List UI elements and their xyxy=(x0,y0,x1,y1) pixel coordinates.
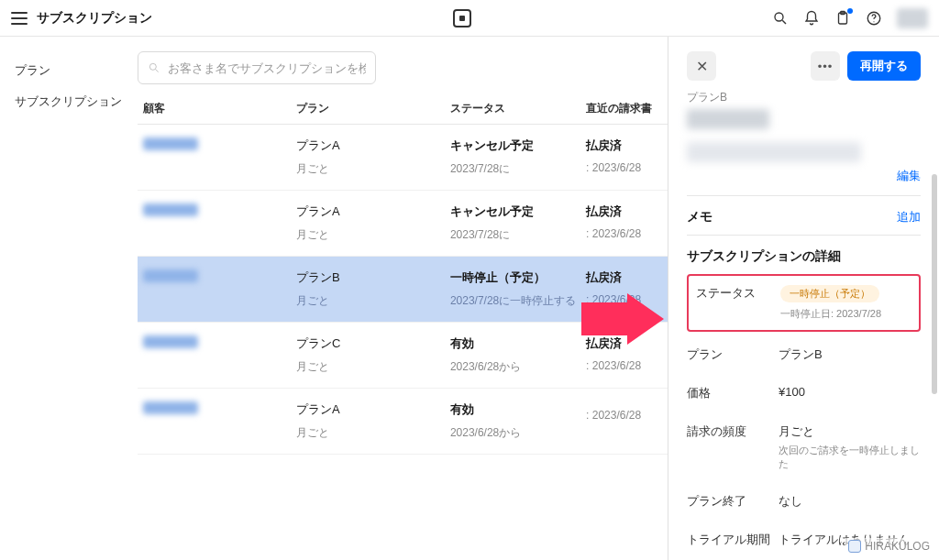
row-bill-sub: : 2023/6/28 xyxy=(586,161,668,174)
detail-label: 請求の頻度 xyxy=(687,423,779,440)
sidebar-item-plans[interactable]: プラン xyxy=(15,55,123,86)
customer-blurred xyxy=(143,335,198,348)
callout-arrow-icon xyxy=(581,293,664,347)
sidebar: プラン サブスクリプション xyxy=(0,37,138,560)
row-status-sub: 2023/7/28に xyxy=(450,161,586,177)
status-sub: 一時停止日: 2023/7/28 xyxy=(780,308,881,319)
th-status: ステータス xyxy=(450,101,586,116)
table-row[interactable]: プランA月ごとキャンセル予定2023/7/28に払戻済: 2023/6/28 xyxy=(138,125,668,191)
edit-link[interactable]: 編集 xyxy=(897,168,921,184)
row-status-sub: 2023/7/28に一時停止する xyxy=(450,293,586,309)
row-bill: 払戻済 xyxy=(586,203,668,220)
resume-button[interactable]: 再開する xyxy=(847,51,921,81)
svg-marker-8 xyxy=(581,293,664,345)
svg-line-7 xyxy=(156,70,159,72)
memo-title: メモ xyxy=(687,209,713,225)
clipboard-icon[interactable] xyxy=(834,10,851,27)
avatar[interactable] xyxy=(897,8,928,28)
row-plan: プランA xyxy=(296,401,450,418)
detail-panel: ✕ ••• 再開する プランB 編集 メモ 追加 サブスクリプションの詳細 ステ… xyxy=(668,37,939,560)
help-icon[interactable] xyxy=(866,10,882,27)
watermark-icon xyxy=(848,540,861,553)
detail-label: トライアル期間 xyxy=(687,532,779,548)
th-customer: 顧客 xyxy=(138,101,296,116)
row-bill-sub: : 2023/6/28 xyxy=(586,359,668,372)
detail-value: 月ごと次回のご請求を一時停止しました xyxy=(779,423,921,471)
panel-plan-name: プランB xyxy=(687,90,921,105)
row-bill-sub: : 2023/6/28 xyxy=(586,409,668,422)
search-input[interactable] xyxy=(168,61,366,75)
subscriptions-table: 顧客 プラン ステータス 直近の請求書 プランA月ごとキャンセル予定2023/7… xyxy=(138,93,668,455)
svg-point-5 xyxy=(873,21,874,22)
sidebar-item-subscriptions[interactable]: サブスクリプション xyxy=(15,86,123,117)
scrollbar[interactable] xyxy=(932,174,937,394)
customer-blurred xyxy=(143,401,198,414)
search-icon[interactable] xyxy=(772,10,789,27)
detail-label: プラン終了 xyxy=(687,493,779,510)
th-billing: 直近の請求書 xyxy=(586,101,668,116)
row-freq: 月ごと xyxy=(296,227,450,243)
detail-row: 請求の頻度月ごと次回のご請求を一時停止しました xyxy=(687,412,921,482)
detail-value: なし xyxy=(779,493,921,510)
svg-point-6 xyxy=(149,63,156,70)
table-row[interactable]: プランA月ごと有効2023/6/28から: 2023/6/28 xyxy=(138,389,668,455)
row-plan: プランC xyxy=(296,335,450,352)
page-title: サブスクリプション xyxy=(37,10,152,27)
customer-name-blurred xyxy=(687,109,769,129)
row-status: キャンセル予定 xyxy=(450,203,586,220)
row-status-sub: 2023/6/28から xyxy=(450,359,586,375)
detail-row: プラン終了なし xyxy=(687,482,921,521)
detail-label: 価格 xyxy=(687,385,779,401)
row-plan: プランA xyxy=(296,203,450,220)
row-status: 有効 xyxy=(450,335,586,352)
blurred-row xyxy=(687,142,861,162)
details-title: サブスクリプションの詳細 xyxy=(687,248,921,265)
svg-line-1 xyxy=(782,20,786,24)
row-freq: 月ごと xyxy=(296,293,450,309)
square-logo xyxy=(453,9,471,27)
svg-point-0 xyxy=(775,13,783,21)
row-freq: 月ごと xyxy=(296,161,450,177)
detail-label: プラン xyxy=(687,346,779,363)
topbar: サブスクリプション xyxy=(0,0,939,37)
close-button[interactable]: ✕ xyxy=(687,51,716,81)
detail-row: 価格¥100 xyxy=(687,374,921,412)
memo-add-link[interactable]: 追加 xyxy=(897,209,921,225)
row-freq: 月ごと xyxy=(296,425,450,441)
detail-value: プランB xyxy=(779,346,921,363)
table-row[interactable]: プランA月ごとキャンセル予定2023/7/28に払戻済: 2023/6/28 xyxy=(138,191,668,257)
row-bill: 払戻済 xyxy=(586,269,668,286)
customer-blurred xyxy=(143,203,198,216)
bell-icon[interactable] xyxy=(803,10,820,27)
more-button[interactable]: ••• xyxy=(811,51,840,81)
status-pill: 一時停止（予定） xyxy=(780,285,879,302)
watermark: HIRAKULOG xyxy=(845,538,933,555)
row-plan: プランB xyxy=(296,269,450,286)
row-plan: プランA xyxy=(296,137,450,154)
status-highlight-box: ステータス 一時停止（予定） 一時停止日: 2023/7/28 xyxy=(687,274,921,332)
row-status-sub: 2023/6/28から xyxy=(450,425,586,441)
menu-button[interactable] xyxy=(11,12,28,25)
detail-value: ¥100 xyxy=(779,385,921,399)
detail-sub: 次回のご請求を一時停止しました xyxy=(779,444,921,471)
customer-blurred xyxy=(143,269,198,282)
row-status: 有効 xyxy=(450,401,586,418)
search-input-icon xyxy=(148,61,160,74)
row-status: キャンセル予定 xyxy=(450,137,586,154)
row-freq: 月ごと xyxy=(296,359,450,375)
row-bill: 払戻済 xyxy=(586,137,668,154)
status-label: ステータス xyxy=(696,285,780,302)
row-status-sub: 2023/7/28に xyxy=(450,227,586,243)
search-field[interactable] xyxy=(138,51,376,84)
row-status: 一時停止（予定） xyxy=(450,269,586,286)
customer-blurred xyxy=(143,137,198,150)
row-bill-sub: : 2023/6/28 xyxy=(586,227,668,240)
th-plan: プラン xyxy=(296,101,450,116)
detail-row: プランプランB xyxy=(687,335,921,374)
